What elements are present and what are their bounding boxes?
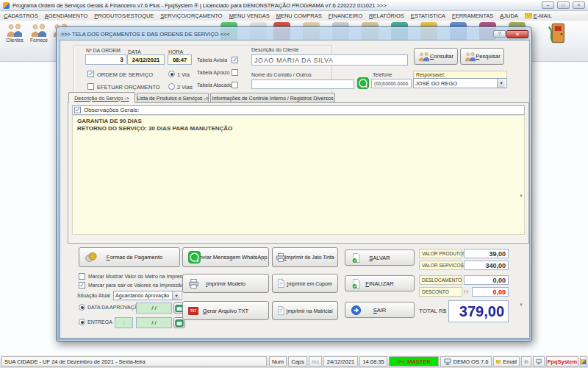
- consultar-button[interactable]: Consultar: [414, 48, 458, 65]
- order-number-label: Nº DA ORDEM: [86, 48, 121, 53]
- window-close-button[interactable]: ×: [573, 1, 585, 9]
- menu-financeiro[interactable]: FINANCEIRO: [329, 13, 362, 19]
- toolbar-fornecedores-button[interactable]: Fornece: [26, 23, 51, 43]
- salvar-button[interactable]: SALVAR: [345, 250, 415, 266]
- menu-servico-orcamento[interactable]: SERVIÇO/ORÇAMENTO: [160, 13, 222, 19]
- finalizar-button[interactable]: FINALIZAR: [345, 275, 415, 291]
- entrega-date-field[interactable]: / /: [136, 317, 172, 328]
- menu-email[interactable]: E-MAIL: [525, 13, 552, 19]
- date-field[interactable]: 24/12/2021: [127, 54, 165, 65]
- tabela-avista-checkbox[interactable]: [232, 57, 238, 63]
- efetuar-orcamento-checkbox[interactable]: [87, 83, 94, 90]
- menu-ajuda[interactable]: AJUDA: [500, 13, 518, 19]
- via2-radio[interactable]: [168, 83, 175, 90]
- printer-icon: [188, 278, 199, 289]
- menu-vendas[interactable]: MENU VENDAS: [229, 13, 270, 19]
- data-aprovacao-label: DATA DA APROVAÇÃO: [87, 305, 142, 310]
- scroll-down-icon[interactable]: ▼: [519, 301, 523, 308]
- status-email-button[interactable]: Email: [493, 356, 520, 367]
- observacoes-checkbox[interactable]: [74, 107, 81, 113]
- gerar-txt-button[interactable]: TXT Gerar Arquivo TXT: [182, 301, 269, 320]
- menu-relatorios[interactable]: RELATÓRIOS: [369, 13, 404, 19]
- status-bar: SUA CIDADE - UF 24 de Dezembro de 2021 -…: [0, 354, 588, 368]
- whatsapp-message-button[interactable]: Enviar Mensagem WhatsApp: [182, 247, 269, 267]
- formas-pagamento-button[interactable]: Formas de Pagamento: [79, 247, 180, 267]
- client-desc-label: Descrição do Cliente: [251, 47, 299, 52]
- total-label: TOTAL R$: [419, 308, 446, 314]
- desktop: Programa Ordem de Serviços Gerais & Fina…: [0, 0, 588, 368]
- menu-cadastros[interactable]: CADASTROS: [4, 13, 38, 19]
- order-number-field[interactable]: 3: [85, 54, 126, 65]
- matricial-page-icon: [276, 305, 286, 316]
- data-aprovacao-field[interactable]: / /: [136, 302, 172, 314]
- menu-estatistica[interactable]: ESTATISTICA: [411, 13, 445, 19]
- situacao-label: Situação Atual: [77, 293, 110, 298]
- observacoes-textarea[interactable]: GARANTIA DE 90 DIAS RETORNO DO SERVIÇO: …: [72, 115, 525, 235]
- ordem-servico-checkbox[interactable]: [87, 71, 94, 77]
- client-name-field[interactable]: JOAO MARIA DA SILVA: [251, 54, 408, 66]
- matricial-button[interactable]: Imprimir na Matricial: [272, 301, 338, 320]
- valor-servicos-field[interactable]: 340,00: [464, 261, 509, 270]
- situacao-chevron-down-icon: ▼: [172, 291, 180, 300]
- sair-valores-checkbox[interactable]: [79, 282, 85, 289]
- menu-produtos-estoque[interactable]: PRODUTOS/ESTOQUE: [94, 13, 154, 19]
- cupom-button[interactable]: Imprimir em Cupom: [272, 274, 338, 293]
- whatsapp-button-icon: [188, 251, 201, 263]
- maximize-button[interactable]: □: [557, 1, 570, 9]
- via1-radio[interactable]: [168, 71, 175, 77]
- whatsapp-call-button[interactable]: [357, 77, 369, 89]
- desconto-label: DESCONTO: [419, 287, 462, 297]
- dialog-close-button[interactable]: ×: [506, 30, 528, 38]
- menu-ferramentas[interactable]: FERRAMENTAS: [452, 13, 493, 19]
- situacao-dropdown[interactable]: Aguardando Aprovação ▼: [113, 291, 182, 300]
- mostrar-metro-checkbox[interactable]: [79, 273, 85, 280]
- dialog-titlebar[interactable]: >>> TELA DOS ORÇAMENTOS E DAS ORDENS DE …: [60, 29, 530, 39]
- status-printer-button[interactable]: [521, 356, 531, 367]
- via1-label: 1 Via: [177, 71, 190, 78]
- phone-field[interactable]: (66)66666-6666: [371, 79, 412, 88]
- contact-field[interactable]: [251, 79, 354, 89]
- valor-produtos-field[interactable]: 39,00: [464, 249, 509, 258]
- cupom-label: Imprimir em Cupom: [287, 281, 331, 286]
- status-location: SUA CIDADE - UF 24 de Dezembro de 2021 -…: [1, 356, 267, 367]
- status-date: 24/12/2021: [323, 356, 358, 367]
- tabela-avista-label: Tabela Avista: [197, 57, 227, 63]
- toolbar-exit-button[interactable]: [545, 22, 567, 44]
- dialog-help-button[interactable]: ?: [493, 30, 506, 38]
- desconto-field[interactable]: 0,00: [472, 287, 509, 297]
- entrega-time-field[interactable]: :: [115, 317, 133, 328]
- dialog-title: >>> TELA DOS ORÇAMENTOS E DAS ORDENS DE …: [61, 31, 493, 38]
- cupom-page-icon: [276, 278, 286, 289]
- tabela-atacado-checkbox[interactable]: [232, 82, 238, 88]
- desconto-minus-sign: (-): [464, 289, 468, 294]
- pesquisar-button[interactable]: Pesquisar: [460, 48, 504, 65]
- time-field[interactable]: 08:47: [168, 54, 192, 65]
- tabela-aprazo-checkbox[interactable]: [232, 69, 238, 76]
- toolbar-clientes-button[interactable]: Clientes: [2, 23, 27, 43]
- status-email-label: Email: [503, 358, 517, 365]
- jato-tinta-button[interactable]: Imprimir de Jato Tinta: [272, 247, 338, 267]
- minimize-button[interactable]: –: [542, 1, 554, 9]
- gerar-txt-label: Gerar Arquivo TXT: [203, 308, 248, 314]
- consultar-people-icon: [417, 52, 431, 62]
- sair-label: SAIR: [373, 307, 387, 314]
- obs-line-2: RETORNO DO SERVIÇO: 30 DIAS PARA MANUTEN…: [77, 125, 515, 132]
- suppliers-people-icon: [29, 23, 49, 38]
- deslocamento-label: DESLOCAMENTO: [419, 275, 462, 285]
- menu-email-label: E-MAIL: [534, 13, 552, 19]
- sair-button[interactable]: SAIR: [345, 302, 415, 318]
- tab-controle-interno[interactable]: Informações de Controle Interno / Regist…: [210, 93, 335, 102]
- tab-lista-produtos[interactable]: Lista de Produtos e Serviços ->: [137, 93, 209, 102]
- entrega-label: ENTREGA: [87, 319, 112, 325]
- window-titlebar: Programa Ordem de Serviços Gerais & Fina…: [0, 0, 588, 11]
- data-aprovacao-radio[interactable]: [79, 304, 85, 311]
- imprimir-modelo-button[interactable]: Imprimir Modelo: [182, 274, 269, 293]
- menu-agendamento[interactable]: AGENDAMENTO: [45, 13, 88, 19]
- menu-compras[interactable]: MENU COMPRAS: [276, 13, 322, 19]
- entrega-radio[interactable]: [79, 319, 85, 325]
- deslocamento-field[interactable]: 0,00: [464, 275, 509, 285]
- responsavel-dropdown[interactable]: JOSÉ DO REGO ▼: [413, 78, 507, 88]
- scroll-up-icon[interactable]: ▲: [519, 191, 523, 199]
- status-monitor-button[interactable]: [533, 356, 545, 367]
- tab-descricao-servico[interactable]: Descrição do Serviço ->: [68, 92, 135, 103]
